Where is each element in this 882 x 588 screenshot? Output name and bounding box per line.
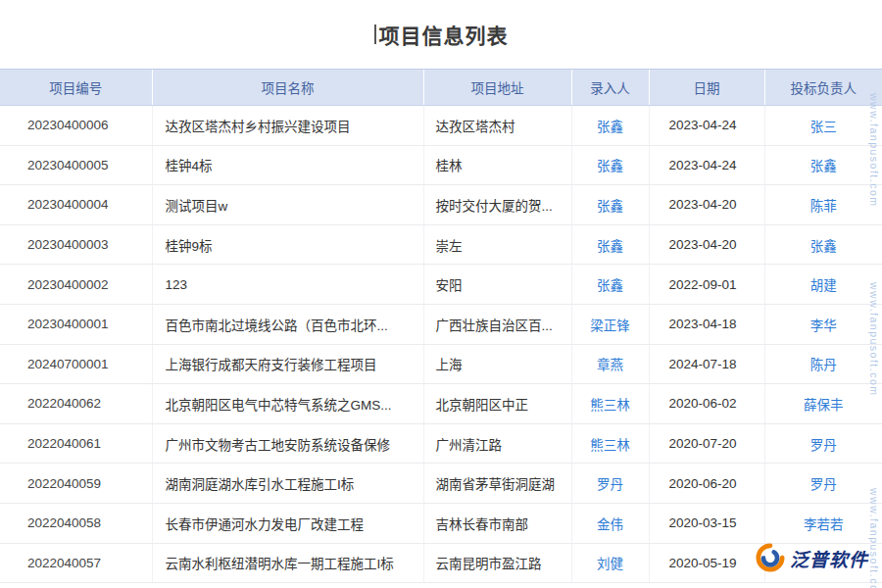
cell-id: 2022040058 — [0, 503, 152, 543]
cell-address: 达孜区塔杰村 — [423, 106, 571, 146]
column-header-bidder: 投标负责人 — [764, 70, 882, 106]
cell-date: 2020-05-19 — [649, 543, 764, 583]
cell-name: 测试项目w — [152, 185, 423, 225]
page-title-text: 项目信息列表 — [379, 20, 509, 49]
cell-id: 20230400001 — [0, 304, 152, 344]
project-list-page: 项目信息列表 项目编号项目名称项目地址录入人日期投标负责人 2023040000… — [0, 0, 882, 588]
cell-name: 湖南洞庭湖水库引水工程施工I标 — [152, 464, 423, 504]
cell-entry[interactable]: 金伟 — [571, 503, 649, 543]
cell-id: 2022040059 — [0, 464, 152, 504]
cell-entry[interactable]: 张鑫 — [571, 224, 649, 265]
title-bar: 项目信息列表 — [0, 0, 882, 69]
cell-id: 20230400004 — [0, 185, 152, 225]
cell-date: 2020-07-20 — [649, 423, 764, 464]
cell-bidder[interactable]: 张鑫 — [764, 145, 882, 185]
cell-name: 云南水利枢纽潜明水库一期工程施工I标 — [152, 543, 423, 583]
page-title: 项目信息列表 — [374, 20, 509, 49]
table-row[interactable]: 20230400003桂钟9标崇左张鑫2023-04-20张鑫 — [0, 224, 882, 265]
cell-name: 百色市南北过境线公路（百色市北环... — [152, 304, 423, 344]
cell-date: 2024-07-18 — [649, 344, 764, 384]
cell-id: 2022040062 — [0, 384, 152, 424]
cell-name: 桂钟4标 — [152, 145, 423, 185]
table-row[interactable]: 2022040062北京朝阳区电气中芯特气系统之GMS...北京朝阳区中正熊三林… — [0, 384, 882, 424]
column-header-name: 项目名称 — [152, 70, 423, 106]
cell-address: 安阳 — [423, 265, 571, 305]
cell-name: 上海银行成都天府支行装修工程项目 — [152, 344, 423, 384]
cell-address: 云南昆明市盈江路 — [423, 543, 571, 583]
cell-bidder[interactable] — [764, 543, 882, 583]
cell-entry[interactable]: 章燕 — [571, 344, 649, 384]
cell-id: 20240700001 — [0, 344, 152, 384]
table-row[interactable]: 20230400006达孜区塔杰村乡村振兴建设项目达孜区塔杰村张鑫2023-04… — [0, 106, 882, 146]
table-row[interactable]: 20230400002123安阳张鑫2022-09-01胡建 — [0, 265, 882, 305]
table-row[interactable]: 2022040061广州市文物考古工地安防系统设备保修广州清江路熊三林2020-… — [0, 423, 882, 464]
cell-bidder[interactable]: 陈菲 — [764, 185, 882, 225]
cell-name: 北京朝阳区电气中芯特气系统之GMS... — [152, 384, 423, 424]
cell-entry[interactable]: 张鑫 — [571, 106, 649, 146]
cell-entry[interactable]: 梁正锋 — [571, 304, 649, 344]
table-row[interactable]: 20240700001上海银行成都天府支行装修工程项目上海章燕2024-07-1… — [0, 344, 882, 384]
cell-bidder[interactable]: 张鑫 — [764, 224, 882, 265]
table-row[interactable]: 20230400004测试项目w按时交付大厦的贺...张鑫2023-04-20陈… — [0, 185, 882, 225]
cell-date: 2023-04-24 — [649, 145, 764, 185]
cell-entry[interactable]: 罗丹 — [571, 464, 649, 504]
table-body: 20230400006达孜区塔杰村乡村振兴建设项目达孜区塔杰村张鑫2023-04… — [0, 106, 882, 583]
cell-date: 2023-04-20 — [649, 185, 764, 225]
cell-address: 广州清江路 — [423, 423, 571, 464]
cell-id: 2022040057 — [0, 543, 152, 583]
cell-name: 桂钟9标 — [152, 224, 423, 265]
table-row[interactable]: 2022040059湖南洞庭湖水库引水工程施工I标湖南省茅草街洞庭湖罗丹2020… — [0, 464, 882, 504]
table-row[interactable]: 2022040058长春市伊通河水力发电厂改建工程吉林长春市南部金伟2020-0… — [0, 503, 882, 543]
cell-entry[interactable]: 熊三林 — [571, 384, 649, 424]
cell-bidder[interactable]: 张三 — [764, 106, 882, 146]
table-header-row: 项目编号项目名称项目地址录入人日期投标负责人 — [0, 70, 882, 106]
cell-bidder[interactable]: 薛保丰 — [764, 384, 882, 424]
cell-bidder[interactable]: 罗丹 — [764, 464, 882, 504]
cell-entry[interactable]: 熊三林 — [571, 423, 649, 464]
cell-bidder[interactable]: 陈丹 — [764, 344, 882, 384]
text-cursor-icon — [374, 24, 376, 44]
cell-date: 2023-04-24 — [649, 106, 764, 146]
cell-entry[interactable]: 刘健 — [571, 543, 649, 583]
cell-name: 长春市伊通河水力发电厂改建工程 — [152, 503, 423, 543]
cell-name: 达孜区塔杰村乡村振兴建设项目 — [152, 106, 423, 146]
table-row[interactable]: 20230400001百色市南北过境线公路（百色市北环...广西壮族自治区百..… — [0, 304, 882, 344]
cell-id: 20230400005 — [0, 145, 152, 185]
column-header-address: 项目地址 — [423, 70, 571, 106]
cell-date: 2020-03-15 — [649, 503, 764, 543]
cell-entry[interactable]: 张鑫 — [571, 185, 649, 225]
cell-date: 2020-06-02 — [649, 384, 764, 424]
cell-address: 上海 — [423, 344, 571, 384]
cell-id: 20230400002 — [0, 265, 152, 305]
cell-date: 2023-04-20 — [649, 224, 764, 265]
cell-entry[interactable]: 张鑫 — [571, 145, 649, 185]
cell-id: 2022040061 — [0, 423, 152, 464]
cell-bidder[interactable]: 罗丹 — [764, 423, 882, 464]
cell-bidder[interactable]: 李若若 — [764, 503, 882, 543]
column-header-id: 项目编号 — [0, 70, 152, 106]
column-header-entry: 录入人 — [571, 70, 649, 106]
cell-bidder[interactable]: 胡建 — [764, 265, 882, 305]
cell-address: 崇左 — [423, 224, 571, 265]
cell-address: 广西壮族自治区百... — [423, 304, 571, 344]
cell-date: 2023-04-18 — [649, 304, 764, 344]
cell-date: 2022-09-01 — [649, 265, 764, 305]
cell-id: 20230400006 — [0, 106, 152, 146]
cell-id: 20230400003 — [0, 224, 152, 265]
cell-date: 2020-06-20 — [649, 464, 764, 504]
project-table: 项目编号项目名称项目地址录入人日期投标负责人 20230400006达孜区塔杰村… — [0, 69, 882, 583]
cell-bidder[interactable]: 李华 — [764, 304, 882, 344]
column-header-date: 日期 — [649, 70, 764, 106]
cell-address: 吉林长春市南部 — [423, 503, 571, 543]
cell-address: 按时交付大厦的贺... — [423, 185, 571, 225]
cell-entry[interactable]: 张鑫 — [571, 265, 649, 305]
table-row[interactable]: 2022040057云南水利枢纽潜明水库一期工程施工I标云南昆明市盈江路刘健20… — [0, 543, 882, 583]
cell-address: 桂林 — [423, 145, 571, 185]
table-row[interactable]: 20230400005桂钟4标桂林张鑫2023-04-24张鑫 — [0, 145, 882, 185]
cell-address: 北京朝阳区中正 — [423, 384, 571, 424]
cell-name: 广州市文物考古工地安防系统设备保修 — [152, 423, 423, 464]
cell-name: 123 — [152, 265, 423, 305]
cell-address: 湖南省茅草街洞庭湖 — [423, 464, 571, 504]
